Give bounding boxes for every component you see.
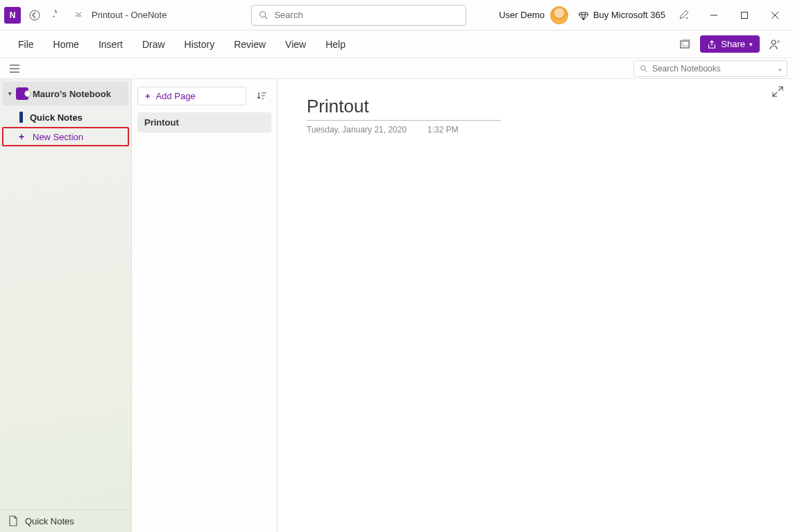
maximize-button[interactable] — [731, 5, 758, 26]
chevron-down-icon: ▾ — [8, 90, 12, 97]
arrow-left-icon — [29, 10, 40, 21]
sidebar-footer-quick-notes[interactable]: Quick Notes — [0, 509, 131, 532]
window-controls — [700, 5, 789, 26]
ribbon: File Home Insert Draw History Review Vie… — [0, 31, 793, 58]
expand-button[interactable] — [772, 86, 783, 97]
share-button[interactable]: Share ▾ — [700, 35, 760, 53]
pen-icon — [678, 10, 689, 21]
window-title: Printout - OneNote — [92, 10, 167, 20]
search-notebooks-input[interactable] — [652, 64, 781, 74]
note-title[interactable]: Printout — [307, 96, 501, 121]
svg-rect-5 — [742, 12, 748, 18]
open-in-window-button[interactable] — [675, 35, 694, 54]
people-button[interactable] — [765, 35, 785, 54]
share-icon — [707, 40, 717, 49]
user-name-label: User Demo — [499, 10, 545, 20]
expand-icon — [772, 86, 783, 97]
close-icon — [771, 11, 779, 19]
svg-point-3 — [686, 17, 688, 19]
svg-point-11 — [778, 40, 780, 42]
search-notebooks[interactable]: ⌄ — [633, 60, 787, 77]
svg-line-16 — [645, 69, 647, 71]
sidebar-item-quick-notes[interactable]: Quick Notes — [0, 108, 131, 126]
svg-rect-8 — [681, 41, 689, 48]
diamond-icon — [578, 10, 589, 21]
app-name: OneNote — [130, 10, 167, 20]
sort-pages-button[interactable] — [252, 86, 271, 105]
undo-button[interactable] — [49, 6, 68, 25]
person-icon — [769, 38, 781, 51]
minimize-icon — [710, 11, 718, 19]
svg-line-2 — [265, 16, 268, 19]
plus-icon: + — [17, 131, 26, 142]
section-tab-indicator — [19, 112, 23, 123]
global-search[interactable] — [251, 5, 466, 26]
editor[interactable]: Printout Tuesday, January 21, 2020 1:32 … — [278, 79, 793, 532]
svg-point-15 — [641, 65, 646, 70]
svg-point-0 — [30, 10, 40, 20]
page-list: + Add Page Printout — [132, 79, 278, 532]
notebook-header[interactable]: ▾ Mauro's Notebook — [3, 82, 128, 105]
notebook-icon — [16, 87, 28, 100]
doc-title: Printout — [92, 10, 123, 20]
svg-point-10 — [771, 40, 776, 44]
tab-history[interactable]: History — [175, 35, 225, 54]
pen-tool-button[interactable] — [674, 6, 693, 25]
tab-review[interactable]: Review — [224, 35, 275, 54]
buy-microsoft-365[interactable]: Buy Microsoft 365 — [578, 10, 665, 21]
window-icon — [679, 39, 690, 50]
hamburger-icon — [9, 64, 20, 74]
chevron-down-icon[interactable]: ⌄ — [777, 65, 783, 72]
search-icon — [640, 65, 648, 73]
search-input[interactable] — [274, 10, 459, 20]
maximize-icon — [740, 11, 749, 19]
sort-icon — [256, 90, 267, 101]
notebook-name: Mauro's Notebook — [33, 89, 111, 99]
add-page-button[interactable]: + Add Page — [137, 87, 246, 105]
tab-view[interactable]: View — [275, 35, 316, 54]
app-icon: N — [4, 7, 21, 24]
main: ▾ Mauro's Notebook Quick Notes + New Sec… — [0, 79, 793, 532]
user-account[interactable]: User Demo — [499, 6, 568, 24]
tab-home[interactable]: Home — [44, 35, 89, 54]
section-label: Quick Notes — [30, 112, 83, 123]
search-icon — [259, 10, 268, 20]
plus-icon: + — [145, 91, 151, 101]
avatar — [550, 6, 568, 24]
note-date: Tuesday, January 21, 2020 — [307, 125, 407, 135]
titlebar: N Printout - OneNote User Demo Buy Micro… — [0, 0, 793, 31]
page-icon — [8, 515, 18, 526]
note-meta: Tuesday, January 21, 2020 1:32 PM — [307, 125, 772, 135]
nav-toggle-button[interactable] — [6, 60, 24, 78]
minimize-button[interactable] — [700, 5, 728, 26]
chevron-down-icon: ▾ — [749, 41, 753, 48]
subbar: ⌄ — [0, 58, 793, 79]
page-item[interactable]: Printout — [137, 112, 271, 132]
back-button[interactable] — [25, 6, 44, 25]
quick-access-dropdown[interactable] — [72, 6, 85, 25]
tab-insert[interactable]: Insert — [89, 35, 133, 54]
svg-point-1 — [260, 11, 266, 17]
new-section-button[interactable]: + New Section — [2, 127, 129, 146]
sidebar: ▾ Mauro's Notebook Quick Notes + New Sec… — [0, 79, 132, 532]
tab-draw[interactable]: Draw — [133, 35, 175, 54]
note-time: 1:32 PM — [427, 125, 459, 135]
chevron-down-icon — [75, 12, 82, 19]
tab-file[interactable]: File — [8, 35, 44, 54]
undo-icon — [53, 10, 64, 21]
tab-help[interactable]: Help — [316, 35, 355, 54]
close-button[interactable] — [761, 5, 789, 26]
new-section-label: New Section — [33, 132, 83, 142]
